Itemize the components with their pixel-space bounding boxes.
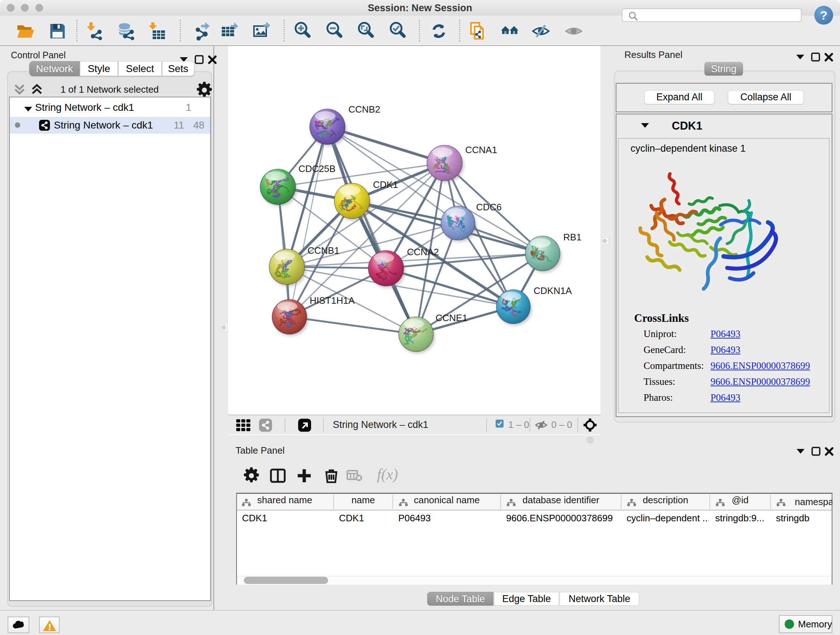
svg-text:HIST1H1A: HIST1H1A [309, 295, 355, 306]
svg-text:CCNB2: CCNB2 [348, 104, 380, 115]
svg-text:CDKN1A: CDKN1A [534, 285, 572, 296]
svg-text:CCNA2: CCNA2 [407, 247, 439, 257]
svg-text:CDC25B: CDC25B [298, 163, 336, 174]
svg-text:CDC6: CDC6 [476, 202, 502, 212]
svg-text:RB1: RB1 [563, 232, 582, 242]
svg-text:CCNE1: CCNE1 [436, 312, 467, 323]
svg-text:CCNB1: CCNB1 [308, 245, 339, 256]
svg-text:CDK1: CDK1 [373, 179, 398, 190]
svg-text:CCNA1: CCNA1 [465, 144, 497, 155]
